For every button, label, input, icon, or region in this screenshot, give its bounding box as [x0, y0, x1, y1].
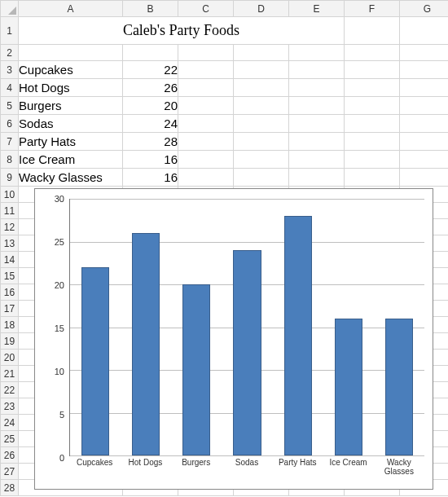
row-header-25[interactable]: 25	[1, 431, 19, 447]
cell-B4[interactable]: 26	[123, 79, 178, 97]
cell-C7[interactable]	[178, 133, 234, 151]
cell-A4[interactable]: Hot Dogs	[19, 79, 123, 97]
cell-E7[interactable]	[289, 133, 345, 151]
chart-bar[interactable]	[233, 250, 261, 455]
cell-B7[interactable]: 28	[123, 133, 178, 151]
row-header-10[interactable]: 10	[1, 187, 19, 203]
row-header-6[interactable]: 6	[1, 115, 19, 133]
col-header-E[interactable]: E	[289, 1, 345, 17]
cell-D8[interactable]	[234, 151, 289, 169]
embedded-chart[interactable]: CupcakesHot DogsBurgersSodasParty HatsIc…	[34, 188, 433, 490]
row-header-28[interactable]: 28	[1, 480, 19, 496]
row-header-13[interactable]: 13	[1, 235, 19, 252]
row-header-8[interactable]: 8	[1, 151, 19, 169]
col-header-D[interactable]: D	[234, 1, 289, 17]
row-header-15[interactable]: 15	[1, 268, 19, 284]
cell-F5[interactable]	[345, 97, 400, 115]
cell-B9[interactable]: 16	[123, 169, 178, 187]
row-header-7[interactable]: 7	[1, 133, 19, 151]
chart-bar[interactable]	[284, 216, 312, 455]
cell-B8[interactable]: 16	[123, 151, 178, 169]
cell-C9[interactable]	[178, 169, 234, 187]
chart-bar[interactable]	[182, 284, 210, 455]
row-header-17[interactable]: 17	[1, 301, 19, 317]
cell-G4[interactable]	[400, 79, 449, 97]
cell-A3[interactable]: Cupcakes	[19, 61, 123, 79]
cell-A7[interactable]: Party Hats	[19, 133, 123, 151]
col-header-B[interactable]: B	[123, 1, 178, 17]
cell-A9[interactable]: Wacky Glasses	[19, 169, 123, 187]
cell-C8[interactable]	[178, 151, 234, 169]
row-header-9[interactable]: 9	[1, 169, 19, 187]
cell-G5[interactable]	[400, 97, 449, 115]
col-header-A[interactable]: A	[19, 1, 123, 17]
cell-B6[interactable]: 24	[123, 115, 178, 133]
row-header-18[interactable]: 18	[1, 317, 19, 333]
row-header-4[interactable]: 4	[1, 79, 19, 97]
cell-G8[interactable]	[400, 151, 449, 169]
row-header-26[interactable]: 26	[1, 447, 19, 464]
cell-F9[interactable]	[345, 169, 400, 187]
row-header-11[interactable]: 11	[1, 203, 19, 219]
cell-D3[interactable]	[234, 61, 289, 79]
col-header-C[interactable]: C	[178, 1, 234, 17]
cell-C3[interactable]	[178, 61, 234, 79]
select-all-corner[interactable]	[1, 1, 19, 17]
row-header-23[interactable]: 23	[1, 398, 19, 415]
cell-A6[interactable]: Sodas	[19, 115, 123, 133]
cell-A2[interactable]	[19, 45, 123, 61]
row-header-27[interactable]: 27	[1, 464, 19, 480]
cell-G9[interactable]	[400, 169, 449, 187]
cell-D9[interactable]	[234, 169, 289, 187]
cell-D6[interactable]	[234, 115, 289, 133]
cell-E8[interactable]	[289, 151, 345, 169]
cell-F7[interactable]	[345, 133, 400, 151]
cell-F6[interactable]	[345, 115, 400, 133]
cell-F4[interactable]	[345, 79, 400, 97]
row-header-5[interactable]: 5	[1, 97, 19, 115]
row-header-22[interactable]: 22	[1, 382, 19, 398]
cell-E2[interactable]	[289, 45, 345, 61]
cell-D4[interactable]	[234, 79, 289, 97]
cell-G3[interactable]	[400, 61, 449, 79]
cell-B2[interactable]	[123, 45, 178, 61]
cell-C6[interactable]	[178, 115, 234, 133]
cell-B3[interactable]: 22	[123, 61, 178, 79]
chart-bar[interactable]	[81, 267, 109, 455]
cell-D2[interactable]	[234, 45, 289, 61]
cell-G2[interactable]	[400, 45, 449, 61]
row-header-24[interactable]: 24	[1, 415, 19, 431]
cell-E4[interactable]	[289, 79, 345, 97]
row-header-14[interactable]: 14	[1, 252, 19, 268]
cell-E3[interactable]	[289, 61, 345, 79]
cell-F3[interactable]	[345, 61, 400, 79]
cell-G1[interactable]	[400, 17, 449, 45]
cell-D5[interactable]	[234, 97, 289, 115]
cell-A5[interactable]: Burgers	[19, 97, 123, 115]
cell-G7[interactable]	[400, 133, 449, 151]
row-header-12[interactable]: 12	[1, 219, 19, 235]
row-header-19[interactable]: 19	[1, 333, 19, 350]
cell-C5[interactable]	[178, 97, 234, 115]
cell-C4[interactable]	[178, 79, 234, 97]
row-header-1[interactable]: 1	[1, 17, 19, 45]
row-header-3[interactable]: 3	[1, 61, 19, 79]
cell-G6[interactable]	[400, 115, 449, 133]
cell-B5[interactable]: 20	[123, 97, 178, 115]
chart-bar[interactable]	[132, 233, 160, 455]
cell-E5[interactable]	[289, 97, 345, 115]
title-cell[interactable]: Caleb's Party Foods	[19, 17, 345, 45]
row-header-20[interactable]: 20	[1, 350, 19, 366]
cell-F8[interactable]	[345, 151, 400, 169]
col-header-G[interactable]: G	[400, 1, 449, 17]
cell-C2[interactable]	[178, 45, 234, 61]
cell-F1[interactable]	[345, 17, 400, 45]
cell-A8[interactable]: Ice Cream	[19, 151, 123, 169]
cell-E9[interactable]	[289, 169, 345, 187]
cell-D7[interactable]	[234, 133, 289, 151]
row-header-21[interactable]: 21	[1, 366, 19, 382]
cell-F2[interactable]	[345, 45, 400, 61]
chart-bar[interactable]	[385, 319, 413, 455]
col-header-F[interactable]: F	[345, 1, 400, 17]
cell-E6[interactable]	[289, 115, 345, 133]
